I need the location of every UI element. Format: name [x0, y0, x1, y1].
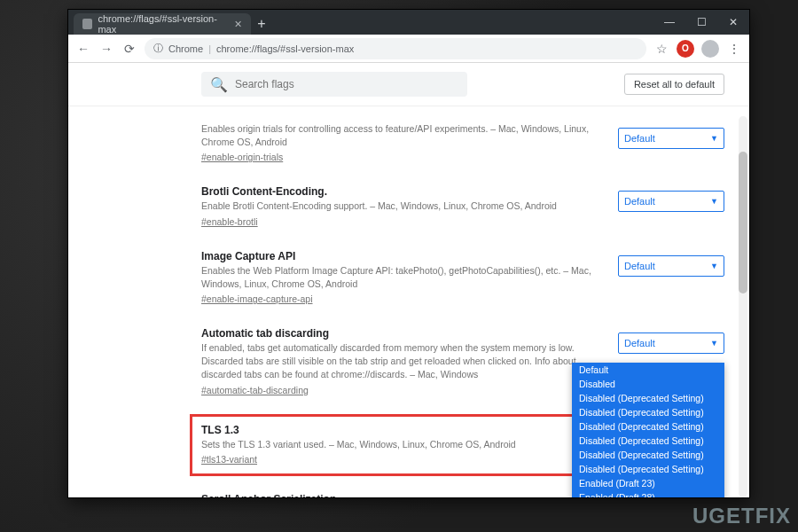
- flag-select[interactable]: Default▼: [618, 128, 724, 149]
- window-titlebar: chrome://flags/#ssl-version-max ✕ + — ☐ …: [68, 10, 749, 35]
- flag-row: Image Capture APIEnables the Web Platfor…: [201, 239, 724, 317]
- flag-text: Brotli Content-Encoding.Enable Brotli Co…: [201, 185, 591, 229]
- browser-tab[interactable]: chrome://flags/#ssl-version-max ✕: [74, 13, 251, 35]
- flag-description: Enables origin trials for controlling ac…: [201, 122, 591, 148]
- flag-control: Default▼: [618, 122, 724, 164]
- flag-control: Default▼: [618, 185, 724, 229]
- flag-text: Image Capture APIEnables the Web Platfor…: [201, 250, 591, 306]
- flag-description: Sets the TLS 1.3 variant used. – Mac, Wi…: [201, 438, 584, 451]
- browser-window: chrome://flags/#ssl-version-max ✕ + — ☐ …: [67, 9, 750, 498]
- dropdown-option[interactable]: Disabled (Deprecated Setting): [572, 448, 724, 462]
- flag-select[interactable]: Default▼: [618, 191, 724, 212]
- site-info-icon[interactable]: ⓘ: [153, 42, 163, 55]
- flag-select-dropdown[interactable]: DefaultDisabledDisabled (Deprecated Sett…: [572, 363, 724, 497]
- tab-favicon: [82, 19, 92, 29]
- reload-button[interactable]: ⟳: [121, 41, 137, 57]
- flag-description: Enables the Web Platform Image Capture A…: [201, 264, 591, 290]
- new-tab-button[interactable]: +: [251, 13, 272, 35]
- window-controls: — ☐ ✕: [653, 10, 749, 35]
- browser-toolbar: ← → ⟳ ⓘ Chrome | chrome://flags/#ssl-ver…: [68, 35, 749, 63]
- scrollbar-thumb[interactable]: [739, 152, 747, 293]
- flag-title: Image Capture API: [201, 250, 591, 262]
- bookmark-star-icon[interactable]: ☆: [653, 41, 669, 57]
- dropdown-option[interactable]: Disabled: [572, 377, 724, 391]
- flag-text: Scroll Anchor SerializationSave the scro…: [201, 493, 591, 497]
- dropdown-option[interactable]: Disabled (Deprecated Setting): [572, 419, 724, 434]
- chevron-down-icon: ▼: [710, 339, 718, 348]
- chevron-down-icon: ▼: [710, 134, 718, 143]
- flag-title: Brotli Content-Encoding.: [201, 185, 591, 198]
- flag-title: Scroll Anchor Serialization: [201, 493, 591, 497]
- close-window-button[interactable]: ✕: [717, 10, 749, 35]
- flag-select-value: Default: [624, 133, 655, 144]
- flag-anchor-link[interactable]: #enable-origin-trials: [201, 152, 283, 162]
- search-flags-input[interactable]: [235, 78, 458, 90]
- forward-button[interactable]: →: [98, 41, 114, 57]
- flag-text: Enables origin trials for controlling ac…: [201, 122, 591, 164]
- flag-text: TLS 1.3Sets the TLS 1.3 variant used. – …: [194, 419, 591, 473]
- close-tab-icon[interactable]: ✕: [234, 19, 242, 30]
- chevron-down-icon: ▼: [710, 197, 718, 206]
- search-icon: 🔍: [210, 76, 228, 93]
- flag-description: If enabled, tabs get automatically disca…: [201, 341, 591, 380]
- dropdown-option[interactable]: Disabled (Deprecated Setting): [572, 434, 724, 448]
- url-separator: |: [208, 43, 211, 54]
- flag-anchor-link[interactable]: #automatic-tab-discarding: [201, 385, 309, 395]
- tab-title: chrome://flags/#ssl-version-max: [98, 13, 229, 35]
- extension-badge-icon[interactable]: O: [677, 40, 694, 58]
- flag-row: Brotli Content-Encoding.Enable Brotli Co…: [201, 175, 724, 239]
- flag-select-value: Default: [624, 261, 655, 271]
- flag-description: Enable Brotli Content-Encoding support. …: [201, 200, 591, 213]
- reset-all-button[interactable]: Reset all to default: [624, 74, 724, 95]
- dropdown-option[interactable]: Disabled (Deprecated Setting): [572, 462, 724, 476]
- flag-title: Automatic tab discarding: [201, 327, 591, 340]
- back-button[interactable]: ←: [75, 41, 91, 57]
- page-content: 🔍 Reset all to default Enables origin tr…: [68, 63, 749, 497]
- flag-anchor-link[interactable]: #enable-image-capture-api: [201, 293, 313, 304]
- flag-anchor-link[interactable]: #tls13-variant: [201, 454, 257, 465]
- dropdown-option[interactable]: Enabled (Draft 28): [572, 490, 724, 497]
- profile-avatar-icon[interactable]: [701, 40, 719, 58]
- dropdown-option[interactable]: Disabled (Deprecated Setting): [572, 405, 724, 419]
- flag-row: Enables origin trials for controlling ac…: [201, 112, 724, 175]
- watermark: UGETFIX: [692, 504, 791, 528]
- maximize-button[interactable]: ☐: [685, 10, 717, 35]
- url-text: chrome://flags/#ssl-version-max: [216, 43, 354, 54]
- flag-title: TLS 1.3: [201, 424, 584, 436]
- flag-select-value: Default: [624, 196, 655, 207]
- browser-menu-icon[interactable]: ⋮: [726, 41, 742, 57]
- dropdown-option[interactable]: Enabled (Draft 23): [572, 476, 724, 490]
- chevron-down-icon: ▼: [710, 262, 718, 270]
- flag-text: Automatic tab discardingIf enabled, tabs…: [201, 327, 591, 396]
- dropdown-option[interactable]: Disabled (Deprecated Setting): [572, 391, 724, 405]
- flag-select-value: Default: [624, 338, 655, 348]
- url-chip: Chrome: [168, 43, 203, 54]
- dropdown-option[interactable]: Default: [572, 363, 724, 377]
- minimize-button[interactable]: —: [653, 10, 685, 35]
- flag-control: Default▼: [618, 250, 724, 306]
- flags-header: 🔍 Reset all to default: [68, 63, 749, 106]
- flag-anchor-link[interactable]: #enable-brotli: [201, 216, 258, 227]
- flag-select[interactable]: Default▼: [618, 332, 724, 354]
- search-flags-box[interactable]: 🔍: [201, 72, 467, 97]
- flag-select[interactable]: Default▼: [618, 255, 724, 277]
- address-bar[interactable]: ⓘ Chrome | chrome://flags/#ssl-version-m…: [145, 38, 646, 59]
